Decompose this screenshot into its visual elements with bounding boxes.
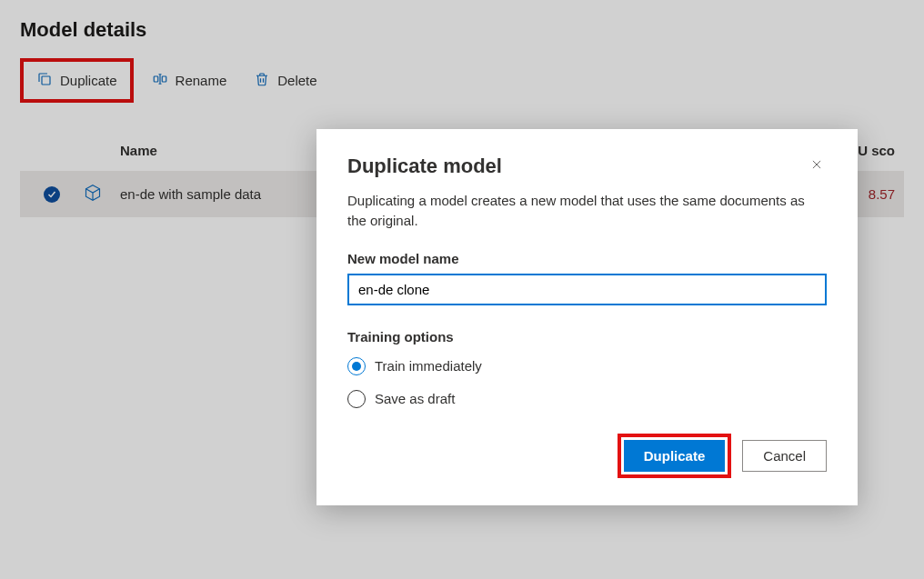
dialog-title: Duplicate model — [347, 155, 502, 178]
radio-train-immediately[interactable]: Train immediately — [347, 357, 827, 375]
radio-label: Save as draft — [375, 391, 455, 406]
close-icon — [810, 158, 823, 174]
close-button[interactable] — [807, 155, 827, 178]
radio-save-as-draft[interactable]: Save as draft — [347, 390, 827, 408]
training-options-label: Training options — [347, 329, 827, 344]
highlight-duplicate-action: Duplicate — [618, 434, 732, 478]
duplicate-dialog: Duplicate model Duplicating a model crea… — [316, 129, 858, 505]
modal-overlay: Duplicate model Duplicating a model crea… — [0, 0, 924, 579]
radio-label: Train immediately — [375, 358, 482, 374]
dialog-description: Duplicating a model creates a new model … — [347, 191, 827, 231]
radio-icon — [347, 390, 366, 408]
cancel-button[interactable]: Cancel — [742, 440, 827, 472]
new-name-label: New model name — [347, 251, 827, 266]
radio-icon — [347, 357, 366, 375]
duplicate-confirm-button[interactable]: Duplicate — [624, 440, 726, 472]
new-name-input[interactable] — [347, 274, 827, 305]
